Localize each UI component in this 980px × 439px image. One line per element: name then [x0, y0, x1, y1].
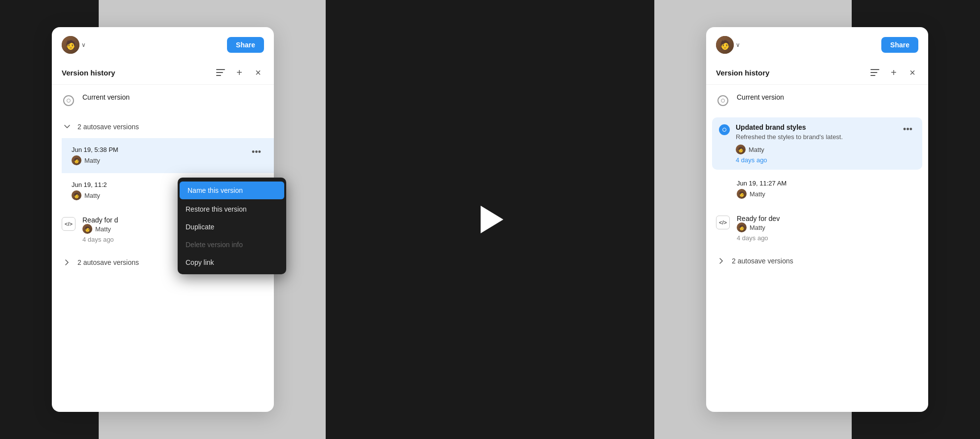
close-button-left[interactable]: × — [252, 67, 264, 78]
collapse-icon-1[interactable] — [62, 121, 73, 132]
named-version-title: Updated brand styles — [736, 123, 894, 131]
named-version-content: Updated brand styles Refreshed the style… — [736, 123, 894, 164]
named-version-description: Refreshed the styles to brand's latest. — [736, 133, 894, 142]
left-panel-title-row: Version history + × — [52, 61, 274, 85]
autosave-group-1-label: 2 autosave versions — [77, 123, 139, 131]
left-panel-title: Version history — [62, 69, 115, 77]
right-ready-for-dev-item[interactable]: </> Ready for dev 🧑 Matty 4 days ago — [706, 207, 928, 250]
collapse-icon-2[interactable] — [62, 257, 73, 268]
close-button-right[interactable]: × — [906, 67, 918, 78]
right-current-version-icon — [716, 94, 730, 108]
target-circle-icon — [63, 95, 74, 106]
right-version-entry-2-spacer — [716, 181, 730, 194]
right-target-circle-inner — [721, 99, 725, 103]
right-avatar-button[interactable]: 🧑 — [716, 36, 734, 54]
right-current-version-content: Current version — [737, 93, 918, 102]
right-avatar-image: 🧑 — [716, 36, 734, 54]
version-entry-1-more[interactable]: ••• — [249, 146, 264, 158]
context-menu: Name this version Restore this version D… — [178, 178, 286, 274]
version-entry-1-avatar: 🧑 — [72, 155, 81, 165]
named-version-target-icon — [719, 124, 730, 135]
current-version-content: Current version — [82, 93, 264, 102]
version-entry-1-content: Jun 19, 5:38 PM 🧑 Matty — [72, 146, 242, 165]
version-entry-1[interactable]: Jun 19, 5:38 PM 🧑 Matty ••• — [62, 138, 274, 173]
svg-rect-4 — [870, 72, 877, 73]
avatar-group: 🧑 ∨ — [62, 36, 86, 54]
left-title-actions: + × — [215, 67, 264, 78]
left-panel-header: 🧑 ∨ Share — [52, 27, 274, 61]
named-version-more[interactable]: ••• — [900, 123, 915, 136]
right-version-entry-2-date: Jun 19, 11:27 AM — [737, 180, 918, 187]
avatar-chevron-icon: ∨ — [81, 41, 86, 48]
right-autosave-group-label: 2 autosave versions — [732, 257, 793, 265]
right-autosave-group-row[interactable]: 2 autosave versions — [706, 250, 928, 272]
left-area: 🧑 ∨ Share Version history — [0, 0, 326, 439]
right-version-entry-2-avatar: 🧑 — [737, 189, 747, 199]
right-panel-body: Current version Updated brand styles Ref… — [706, 85, 928, 412]
right-current-version-label: Current version — [737, 93, 784, 101]
right-current-version-item: Current version — [706, 85, 928, 115]
version-entry-1-user: 🧑 Matty — [72, 155, 242, 165]
menu-item-copy[interactable]: Copy link — [178, 254, 286, 271]
right-area: 🧑 ∨ Share Version history — [654, 0, 980, 439]
play-triangle-icon — [481, 206, 503, 233]
right-panel-title-row: Version history + × — [706, 61, 928, 85]
menu-item-delete: Delete version info — [178, 236, 286, 254]
ready-for-dev-avatar-left: 🧑 — [82, 224, 92, 234]
play-button[interactable] — [473, 202, 507, 237]
filter-button-left[interactable] — [215, 67, 226, 78]
svg-rect-2 — [216, 75, 221, 76]
ready-for-dev-icon-left: </> — [62, 217, 75, 231]
right-ready-for-dev-avatar: 🧑 — [737, 222, 747, 232]
menu-item-duplicate[interactable]: Duplicate — [178, 218, 286, 236]
add-button-left[interactable]: + — [233, 67, 245, 78]
right-panel-card: 🧑 ∨ Share Version history — [706, 27, 928, 412]
share-button-right[interactable]: Share — [881, 37, 918, 53]
menu-item-name[interactable]: Name this version — [180, 182, 284, 199]
menu-item-restore[interactable]: Restore this version — [178, 200, 286, 218]
current-version-icon — [62, 94, 75, 108]
named-version-target-inner — [722, 128, 726, 132]
center-area — [326, 0, 654, 439]
version-entry-1-date: Jun 19, 5:38 PM — [72, 146, 242, 153]
avatar-image: 🧑 — [62, 36, 79, 54]
named-version-avatar: 🧑 — [736, 145, 746, 154]
right-target-circle-icon — [717, 95, 728, 106]
right-code-icon: </> — [716, 216, 730, 229]
right-ready-for-dev-user: 🧑 Matty — [737, 222, 918, 232]
autosave-group-1-row[interactable]: 2 autosave versions — [52, 115, 274, 138]
svg-rect-5 — [870, 75, 875, 76]
svg-rect-1 — [216, 72, 223, 73]
right-ready-for-dev-label: Ready for dev — [737, 215, 918, 222]
filter-button-right[interactable] — [869, 67, 881, 78]
current-version-label: Current version — [82, 93, 130, 101]
right-ready-for-dev-content: Ready for dev 🧑 Matty 4 days ago — [737, 215, 918, 242]
right-version-entry-2-content: Jun 19, 11:27 AM 🧑 Matty — [737, 180, 918, 199]
share-button-left[interactable]: Share — [227, 37, 264, 53]
right-avatar-group: 🧑 ∨ — [716, 36, 740, 54]
add-button-right[interactable]: + — [888, 67, 900, 78]
version-entry-2-avatar: 🧑 — [72, 190, 81, 200]
named-version-item[interactable]: Updated brand styles Refreshed the style… — [712, 117, 922, 170]
right-version-entry-2-user: 🧑 Matty — [737, 189, 918, 199]
current-version-item: Current version — [52, 85, 274, 115]
autosave-group-2-label: 2 autosave versions — [77, 258, 139, 266]
code-icon-left: </> — [62, 217, 75, 231]
svg-rect-0 — [216, 69, 225, 70]
right-panel-title: Version history — [716, 69, 769, 77]
right-ready-for-dev-icon: </> — [716, 216, 730, 229]
main-container: 🧑 ∨ Share Version history — [0, 0, 980, 439]
right-panel-header: 🧑 ∨ Share — [706, 27, 928, 61]
right-title-actions: + × — [869, 67, 918, 78]
named-version-icon — [719, 124, 730, 135]
named-version-time: 4 days ago — [736, 156, 894, 164]
target-circle-inner — [67, 99, 71, 103]
right-version-entry-2[interactable]: Jun 19, 11:27 AM 🧑 Matty — [706, 172, 928, 207]
right-collapse-icon[interactable] — [716, 256, 727, 266]
named-version-user: 🧑 Matty — [736, 145, 894, 154]
svg-rect-3 — [870, 69, 879, 70]
right-ready-for-dev-time: 4 days ago — [737, 234, 918, 242]
right-avatar-chevron-icon: ∨ — [736, 41, 740, 48]
avatar-button[interactable]: 🧑 — [62, 36, 79, 54]
